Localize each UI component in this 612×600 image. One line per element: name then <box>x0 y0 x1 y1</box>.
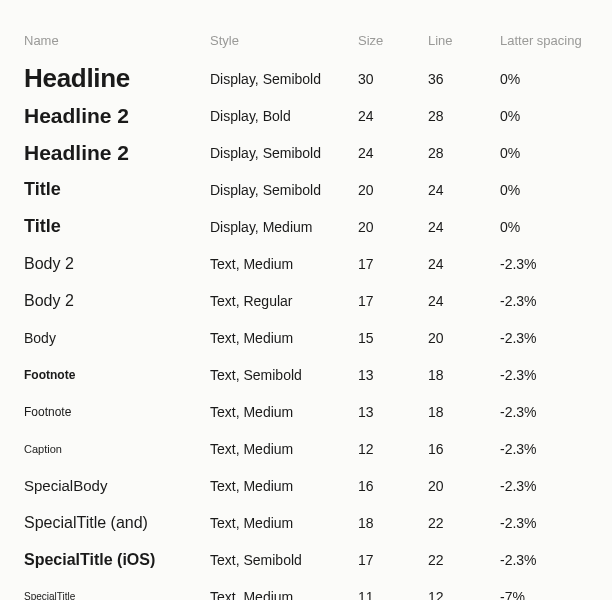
cell-spacing: -2.3% <box>500 478 588 494</box>
cell-style: Text, Semibold <box>210 367 358 383</box>
table-row: SpecialTitle (and) Text, Medium 18 22 -2… <box>24 504 588 541</box>
cell-size: 20 <box>358 219 428 235</box>
cell-size: 24 <box>358 108 428 124</box>
cell-line: 22 <box>428 552 500 568</box>
table-row: Headline 2 Display, Semibold 24 28 0% <box>24 134 588 171</box>
cell-line: 24 <box>428 182 500 198</box>
cell-style: Text, Medium <box>210 515 358 531</box>
cell-style: Display, Bold <box>210 108 358 124</box>
type-sample: Body 2 <box>24 255 210 273</box>
cell-style: Text, Regular <box>210 293 358 309</box>
type-sample: Title <box>24 179 210 200</box>
cell-size: 17 <box>358 552 428 568</box>
table-row: Headline Display, Semibold 30 36 0% <box>24 60 588 97</box>
cell-size: 12 <box>358 441 428 457</box>
header-size: Size <box>358 33 428 48</box>
cell-style: Text, Medium <box>210 478 358 494</box>
cell-spacing: 0% <box>500 71 588 87</box>
cell-spacing: -2.3% <box>500 515 588 531</box>
cell-spacing: -2.3% <box>500 256 588 272</box>
type-sample: SpecialBody <box>24 477 210 494</box>
cell-line: 24 <box>428 293 500 309</box>
table-row: Caption Text, Medium 12 16 -2.3% <box>24 430 588 467</box>
type-sample: Footnote <box>24 405 210 419</box>
cell-line: 28 <box>428 145 500 161</box>
cell-style: Text, Semibold <box>210 552 358 568</box>
cell-size: 17 <box>358 256 428 272</box>
type-sample: Body 2 <box>24 292 210 310</box>
cell-line: 20 <box>428 330 500 346</box>
cell-line: 28 <box>428 108 500 124</box>
cell-line: 12 <box>428 589 500 601</box>
cell-size: 18 <box>358 515 428 531</box>
type-sample: Body <box>24 330 210 346</box>
cell-size: 11 <box>358 589 428 601</box>
table-row: Body 2 Text, Medium 17 24 -2.3% <box>24 245 588 282</box>
cell-spacing: -2.3% <box>500 552 588 568</box>
cell-line: 18 <box>428 404 500 420</box>
cell-size: 24 <box>358 145 428 161</box>
cell-size: 30 <box>358 71 428 87</box>
cell-style: Text, Medium <box>210 330 358 346</box>
cell-spacing: -7% <box>500 589 588 601</box>
type-sample: Headline <box>24 63 210 94</box>
cell-line: 18 <box>428 367 500 383</box>
cell-size: 17 <box>358 293 428 309</box>
table-row: Title Display, Medium 20 24 0% <box>24 208 588 245</box>
cell-line: 22 <box>428 515 500 531</box>
cell-spacing: -2.3% <box>500 293 588 309</box>
cell-size: 20 <box>358 182 428 198</box>
cell-size: 13 <box>358 367 428 383</box>
header-style: Style <box>210 33 358 48</box>
table-row: Footnote Text, Semibold 13 18 -2.3% <box>24 356 588 393</box>
cell-style: Text, Medium <box>210 441 358 457</box>
cell-style: Display, Medium <box>210 219 358 235</box>
header-line: Line <box>428 33 500 48</box>
table-row: Footnote Text, Medium 13 18 -2.3% <box>24 393 588 430</box>
cell-size: 16 <box>358 478 428 494</box>
cell-line: 24 <box>428 256 500 272</box>
cell-style: Text, Medium <box>210 404 358 420</box>
type-sample: Caption <box>24 443 210 455</box>
type-sample: Headline 2 <box>24 141 210 165</box>
cell-spacing: -2.3% <box>500 330 588 346</box>
cell-spacing: 0% <box>500 182 588 198</box>
cell-line: 20 <box>428 478 500 494</box>
table-row: SpecialTitle (iOS) Text, Semibold 17 22 … <box>24 541 588 578</box>
table-row: Body Text, Medium 15 20 -2.3% <box>24 319 588 356</box>
type-sample: Headline 2 <box>24 104 210 128</box>
type-sample: Title <box>24 216 210 237</box>
table-row: Title Display, Semibold 20 24 0% <box>24 171 588 208</box>
cell-spacing: 0% <box>500 219 588 235</box>
header-name: Name <box>24 33 210 48</box>
cell-spacing: -2.3% <box>500 404 588 420</box>
cell-style: Text, Medium <box>210 256 358 272</box>
typography-table: Name Style Size Line Latter spacing Head… <box>0 0 612 600</box>
type-sample: Footnote <box>24 368 210 382</box>
cell-style: Text, Medium <box>210 589 358 601</box>
table-row: Headline 2 Display, Bold 24 28 0% <box>24 97 588 134</box>
table-row: SpecialTitle Text, Medium 11 12 -7% <box>24 578 588 600</box>
table-row: Body 2 Text, Regular 17 24 -2.3% <box>24 282 588 319</box>
cell-line: 24 <box>428 219 500 235</box>
type-sample: SpecialTitle <box>24 591 210 600</box>
cell-style: Display, Semibold <box>210 182 358 198</box>
header-spacing: Latter spacing <box>500 33 588 48</box>
cell-style: Display, Semibold <box>210 71 358 87</box>
table-row: SpecialBody Text, Medium 16 20 -2.3% <box>24 467 588 504</box>
table-header-row: Name Style Size Line Latter spacing <box>24 20 588 60</box>
cell-line: 16 <box>428 441 500 457</box>
cell-spacing: -2.3% <box>500 367 588 383</box>
cell-spacing: 0% <box>500 108 588 124</box>
type-sample: SpecialTitle (iOS) <box>24 551 210 569</box>
type-sample: SpecialTitle (and) <box>24 514 210 532</box>
cell-spacing: 0% <box>500 145 588 161</box>
cell-size: 13 <box>358 404 428 420</box>
cell-style: Display, Semibold <box>210 145 358 161</box>
cell-spacing: -2.3% <box>500 441 588 457</box>
cell-size: 15 <box>358 330 428 346</box>
cell-line: 36 <box>428 71 500 87</box>
